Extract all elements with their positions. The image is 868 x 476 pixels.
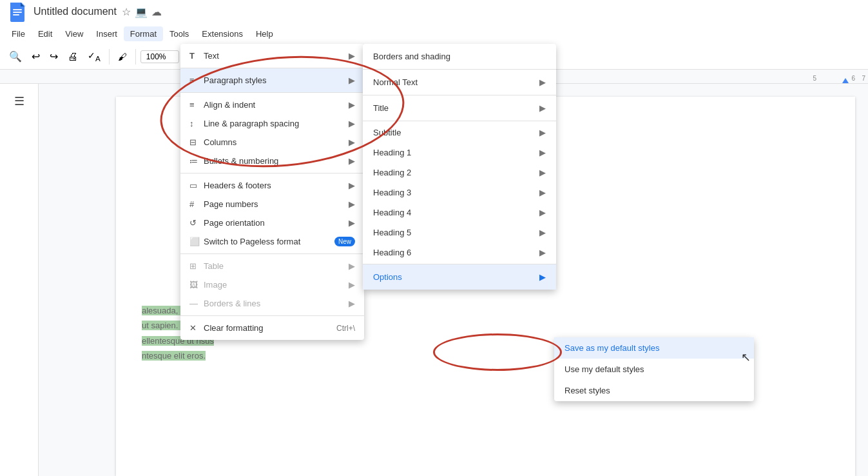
options-arrow-icon: ▶ bbox=[539, 272, 546, 282]
columns-label: Columns bbox=[204, 137, 349, 147]
redo-btn[interactable]: ↪ bbox=[46, 48, 62, 65]
format-borders-item[interactable]: — Borders & lines ▶ bbox=[180, 294, 364, 313]
options-item[interactable]: Options ▶ bbox=[363, 267, 556, 287]
clear-format-icon: ✕ bbox=[189, 323, 204, 333]
pageless-icon: ⬜ bbox=[189, 237, 204, 246]
heading4-arrow-icon: ▶ bbox=[539, 208, 546, 217]
reset-styles-item[interactable]: Reset styles bbox=[554, 380, 754, 401]
page-numbers-label: Page numbers bbox=[204, 199, 349, 209]
columns-arrow-icon: ▶ bbox=[349, 137, 355, 147]
title-item[interactable]: Title ▶ bbox=[363, 98, 556, 118]
format-page-numbers-item[interactable]: # Page numbers ▶ bbox=[180, 195, 364, 213]
heading2-item[interactable]: Heading 2 ▶ bbox=[363, 163, 556, 183]
heading1-label: Heading 1 bbox=[373, 148, 539, 157]
use-default-styles-item[interactable]: Use my default styles bbox=[554, 359, 754, 380]
clear-format-shortcut: Ctrl+\ bbox=[336, 324, 355, 333]
page-numbers-icon: # bbox=[189, 199, 204, 209]
pageless-label: Switch to Pageless format bbox=[204, 237, 329, 246]
options-submenu[interactable]: Save as my default styles Use my default… bbox=[554, 337, 754, 401]
format-clear-item[interactable]: ✕ Clear formatting Ctrl+\ bbox=[180, 319, 364, 337]
borders-lines-label: Borders & lines bbox=[204, 299, 349, 308]
format-line-spacing-item[interactable]: ↕ Line & paragraph spacing ▶ bbox=[180, 114, 364, 133]
menu-tools[interactable]: Tools bbox=[163, 26, 195, 41]
format-bullets-item[interactable]: ≔ Bullets & numbering ▶ bbox=[180, 152, 364, 170]
tablet-icon[interactable]: 💻 bbox=[135, 6, 148, 18]
table-icon: ⊞ bbox=[189, 261, 204, 271]
toolbar-separator-2 bbox=[135, 49, 136, 64]
menu-help[interactable]: Help bbox=[249, 26, 280, 41]
heading3-arrow-icon: ▶ bbox=[539, 188, 546, 197]
sidebar: ☰ bbox=[0, 84, 39, 476]
heading1-item[interactable]: Heading 1 ▶ bbox=[363, 143, 556, 163]
format-columns-item[interactable]: ⊟ Columns ▶ bbox=[180, 133, 364, 152]
borders-lines-arrow-icon: ▶ bbox=[349, 299, 355, 308]
heading2-arrow-icon: ▶ bbox=[539, 168, 546, 177]
normal-text-arrow-icon: ▶ bbox=[539, 77, 546, 87]
toolbar-separator-1 bbox=[109, 49, 110, 64]
image-label: Image bbox=[204, 280, 349, 290]
format-menu[interactable]: T Text ▶ ≡ Paragraph styles ▶ ≡ Align & … bbox=[180, 44, 364, 340]
subtitle-label: Subtitle bbox=[373, 128, 539, 137]
menu-extensions[interactable]: Extensions bbox=[195, 26, 249, 41]
borders-shading-item[interactable]: Borders and shading bbox=[363, 46, 556, 66]
search-toolbar-btn[interactable]: 🔍 bbox=[5, 48, 26, 65]
star-icon[interactable]: ☆ bbox=[122, 6, 131, 18]
borders-shading-label: Borders and shading bbox=[373, 52, 546, 61]
image-menu-icon: 🖼 bbox=[189, 280, 204, 290]
image-arrow-icon: ▶ bbox=[349, 280, 355, 290]
svg-rect-7 bbox=[13, 14, 19, 15]
heading6-item[interactable]: Heading 6 ▶ bbox=[363, 243, 556, 263]
heading1-arrow-icon: ▶ bbox=[539, 148, 546, 157]
app-icon bbox=[8, 1, 28, 22]
doc-title[interactable]: Untitled document bbox=[34, 6, 117, 17]
page-orientation-arrow-icon: ▶ bbox=[349, 218, 355, 228]
columns-icon: ⊟ bbox=[189, 137, 204, 147]
title-arrow-icon: ▶ bbox=[539, 103, 546, 113]
format-align-item[interactable]: ≡ Align & indent ▶ bbox=[180, 95, 364, 114]
bullets-label: Bullets & numbering bbox=[204, 156, 349, 166]
format-page-orientation-item[interactable]: ↺ Page orientation ▶ bbox=[180, 213, 364, 232]
format-pageless-item[interactable]: ⬜ Switch to Pageless format New bbox=[180, 232, 364, 251]
svg-rect-5 bbox=[13, 9, 22, 10]
heading6-label: Heading 6 bbox=[373, 248, 539, 257]
heading5-label: Heading 5 bbox=[373, 228, 539, 237]
heading4-item[interactable]: Heading 4 ▶ bbox=[363, 203, 556, 223]
paint-format-btn[interactable]: 🖌 bbox=[114, 49, 131, 64]
format-para-styles-item[interactable]: ≡ Paragraph styles ▶ bbox=[180, 71, 364, 90]
page-orientation-label: Page orientation bbox=[204, 218, 349, 228]
undo-btn[interactable]: ↩ bbox=[28, 48, 44, 65]
zoom-selector[interactable]: 100% bbox=[140, 50, 179, 63]
align-label: Align & indent bbox=[204, 100, 349, 110]
cloud-icon[interactable]: ☁ bbox=[151, 6, 162, 18]
headers-icon: ▭ bbox=[189, 181, 204, 190]
para-styles-menu[interactable]: Borders and shading Normal Text ▶ Title … bbox=[363, 44, 556, 290]
format-table-item[interactable]: ⊞ Table ▶ bbox=[180, 257, 364, 275]
normal-text-item[interactable]: Normal Text ▶ bbox=[363, 72, 556, 92]
heading4-label: Heading 4 bbox=[373, 208, 539, 217]
save-default-styles-item[interactable]: Save as my default styles bbox=[554, 337, 754, 359]
para-styles-icon: ≡ bbox=[189, 75, 204, 85]
para-styles-arrow-icon: ▶ bbox=[349, 75, 355, 85]
menu-edit[interactable]: Edit bbox=[32, 26, 59, 41]
clear-format-label: Clear formatting bbox=[204, 323, 336, 333]
heading5-arrow-icon: ▶ bbox=[539, 228, 546, 237]
format-text-item[interactable]: T Text ▶ bbox=[180, 46, 364, 65]
menu-file[interactable]: File bbox=[5, 26, 32, 41]
line-spacing-label: Line & paragraph spacing bbox=[204, 119, 349, 128]
heading3-item[interactable]: Heading 3 ▶ bbox=[363, 183, 556, 203]
subtitle-arrow-icon: ▶ bbox=[539, 128, 546, 137]
format-image-item[interactable]: 🖼 Image ▶ bbox=[180, 275, 364, 294]
menu-insert[interactable]: Insert bbox=[90, 26, 124, 41]
print-btn[interactable]: 🖨 bbox=[64, 48, 82, 65]
menu-format[interactable]: Format bbox=[124, 26, 163, 41]
new-badge: New bbox=[334, 237, 355, 246]
spellcheck-btn[interactable]: ✓A bbox=[84, 48, 104, 65]
reset-styles-label: Reset styles bbox=[564, 386, 744, 395]
subtitle-item[interactable]: Subtitle ▶ bbox=[363, 123, 556, 143]
line-spacing-arrow-icon: ▶ bbox=[349, 119, 355, 128]
heading5-item[interactable]: Heading 5 ▶ bbox=[363, 223, 556, 243]
menu-view[interactable]: View bbox=[59, 26, 90, 41]
format-headers-item[interactable]: ▭ Headers & footers ▶ bbox=[180, 176, 364, 195]
outline-icon[interactable]: ☰ bbox=[10, 90, 28, 112]
ruler-triangle-icon bbox=[842, 78, 849, 83]
